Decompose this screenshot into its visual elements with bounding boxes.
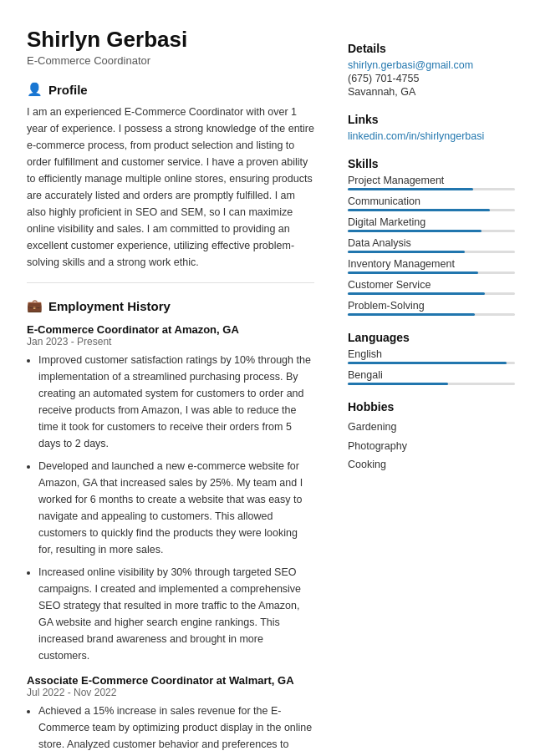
candidate-title: E-Commerce Coordinator [27,54,314,67]
details-title: Details [348,42,515,55]
languages-section: Languages English Bengali [348,331,515,385]
skill-4-bar-bg [348,271,515,274]
skill-0-name: Project Management [348,175,515,186]
skill-4: Inventory Management [348,258,515,274]
job-1-bullets: Achieved a 15% increase in sales revenue… [27,703,314,756]
hobbies-title: Hobbies [348,400,515,414]
skill-0-bar-fill [348,188,473,190]
profile-icon: 👤 [27,82,43,97]
job-0-title: E-Commerce Coordinator at Amazon, GA [27,323,314,336]
skill-6-bar-fill [348,313,475,316]
job-1-date: Jul 2022 - Nov 2022 [27,687,314,698]
skill-1-name: Communication [348,195,515,207]
job-0-bullet-1: Developed and launched a new e-commerce … [38,458,314,558]
skills-title: Skills [348,157,515,170]
lang-0-name: English [348,348,515,360]
hobby-1: Photography [348,437,515,456]
lang-0: English [348,348,515,364]
skill-6-bar-bg [348,313,515,316]
profile-text: I am an experienced E-Commerce Coordinat… [27,104,314,271]
skill-4-name: Inventory Management [348,258,515,270]
job-0-date: Jan 2023 - Present [27,336,314,348]
skill-2-bar-bg [348,230,515,232]
skill-6-name: Problem-Solving [348,300,515,312]
profile-section: 👤 Profile I am an experienced E-Commerce… [27,82,314,271]
job-1: Associate E-Commerce Coordinator at Walm… [27,674,314,756]
lang-0-bar-fill [348,362,507,364]
lang-1-name: Bengali [348,369,515,381]
phone-text: (675) 701-4755 [348,73,515,84]
skill-1-bar-bg [348,209,515,211]
skill-0-bar-bg [348,188,515,190]
linkedin-link[interactable]: linkedin.com/in/shirlyngerbasi [348,130,515,142]
location-text: Savannah, GA [348,86,515,98]
skill-6: Problem-Solving [348,300,515,316]
lang-1-bar-fill [348,383,448,385]
skill-3: Data Analysis [348,237,515,253]
skill-2-name: Digital Marketing [348,216,515,228]
header: Shirlyn Gerbasi E-Commerce Coordinator [27,27,314,67]
lang-1: Bengali [348,369,515,385]
skill-3-bar-bg [348,251,515,253]
profile-section-title: 👤 Profile [27,82,314,97]
skill-3-bar-fill [348,251,465,253]
email-link[interactable]: shirlyn.gerbasi@gmail.com [348,59,515,71]
skill-0: Project Management [348,175,515,190]
job-1-title: Associate E-Commerce Coordinator at Walm… [27,674,314,687]
job-1-bullet-0: Achieved a 15% increase in sales revenue… [38,703,314,756]
job-0: E-Commerce Coordinator at Amazon, GA Jan… [27,323,314,664]
skill-4-bar-fill [348,271,478,274]
skill-5-name: Customer Service [348,279,515,291]
links-title: Links [348,113,515,126]
right-column: Details shirlyn.gerbasi@gmail.com (675) … [334,27,535,756]
hobby-2: Cooking [348,455,515,474]
skill-1: Communication [348,195,515,211]
job-0-bullet-0: Improved customer satisfaction ratings b… [38,352,314,452]
job-0-bullet-2: Increased online visibility by 30% throu… [38,564,314,664]
job-0-bullets: Improved customer satisfaction ratings b… [27,352,314,664]
skills-section: Skills Project Management Communication … [348,157,515,316]
languages-title: Languages [348,331,515,344]
employment-section-title: 💼 Employment History [27,298,314,313]
resume-page: Shirlyn Gerbasi E-Commerce Coordinator 👤… [0,0,535,756]
lang-0-bar-bg [348,362,515,364]
hobbies-section: Hobbies Gardening Photography Cooking [348,400,515,474]
left-column: Shirlyn Gerbasi E-Commerce Coordinator 👤… [0,27,334,756]
employment-icon: 💼 [27,298,43,313]
skill-2-bar-fill [348,230,482,232]
lang-1-bar-bg [348,383,515,385]
hobby-0: Gardening [348,418,515,437]
skill-1-bar-fill [348,209,490,211]
details-section: Details shirlyn.gerbasi@gmail.com (675) … [348,42,515,98]
skill-2: Digital Marketing [348,216,515,232]
skill-5-bar-bg [348,292,515,295]
skill-3-name: Data Analysis [348,237,515,249]
links-section: Links linkedin.com/in/shirlyngerbasi [348,113,515,142]
employment-section: 💼 Employment History E-Commerce Coordina… [27,298,314,756]
skill-5: Customer Service [348,279,515,295]
candidate-name: Shirlyn Gerbasi [27,27,314,53]
skill-5-bar-fill [348,292,485,295]
